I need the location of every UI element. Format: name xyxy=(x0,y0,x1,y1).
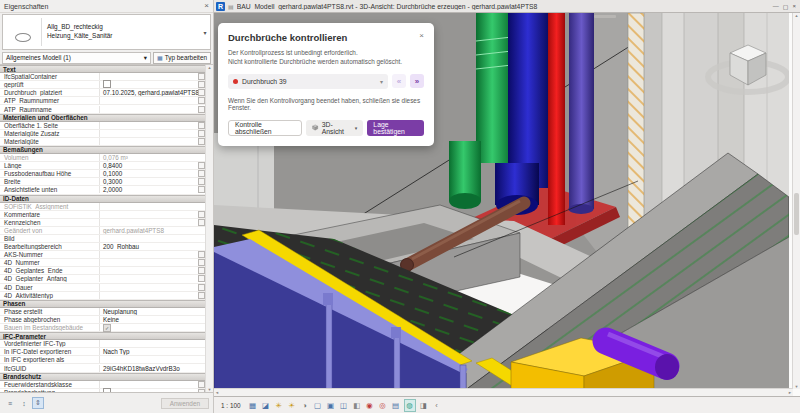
associate-param-button[interactable] xyxy=(198,73,205,80)
associate-param-button[interactable] xyxy=(198,275,205,282)
prop-section-header[interactable]: Phasen▴ xyxy=(0,300,213,308)
checkbox[interactable] xyxy=(103,388,111,392)
close-icon[interactable]: × xyxy=(204,2,209,10)
prop-section-header[interactable]: ID-Daten▴ xyxy=(0,195,213,203)
close-icon[interactable]: × xyxy=(419,32,424,40)
scroll-down-icon[interactable]: ▼ xyxy=(208,387,212,392)
prop-value[interactable]: Keine xyxy=(100,316,198,323)
prop-value[interactable]: 29iG4hKD18tw8azVvdrB3o xyxy=(100,365,198,372)
chevron-down-icon[interactable]: ▾ xyxy=(200,29,210,36)
type-selector[interactable]: Allg_BD_rechteckig Heizung_Kälte_Sanitär… xyxy=(2,14,211,50)
associate-param-button[interactable] xyxy=(198,251,205,258)
properties-scrollbar[interactable]: ▲▼ xyxy=(205,65,213,392)
minimize-icon[interactable]: — xyxy=(773,3,779,10)
associate-param-button[interactable] xyxy=(198,97,205,104)
checkbox[interactable] xyxy=(103,80,111,88)
associate-param-button[interactable] xyxy=(198,186,205,193)
prop-section-header[interactable]: IFC-Parameter▴ xyxy=(0,332,213,340)
view-scale[interactable]: 1 : 100 xyxy=(218,401,244,410)
prop-value[interactable] xyxy=(100,388,198,392)
prop-value[interactable]: 07.10.2025, gerhard.pawlat4PTS8 xyxy=(100,89,198,96)
prop-label: Phase abgebrochen xyxy=(0,316,100,323)
associate-param-button[interactable] xyxy=(198,170,205,177)
lock-3d-view-icon[interactable]: ◧ xyxy=(352,400,362,411)
edit-type-icon: ▦ xyxy=(157,54,163,61)
prop-value[interactable]: 0,3000 xyxy=(100,178,198,185)
properties-help-icon[interactable]: ≡ xyxy=(4,397,16,409)
horizontal-scroll-thumb[interactable] xyxy=(594,15,616,18)
associate-param-button[interactable] xyxy=(198,162,205,169)
prop-value[interactable]: gerhard.pawlat4PTS8 xyxy=(100,227,198,234)
model-viewport[interactable]: ▲ ▼ ◄ ► Durchbrüche kontrollieren × Der … xyxy=(214,13,800,396)
pipe-red[interactable] xyxy=(548,13,565,225)
associate-param-button[interactable] xyxy=(198,381,205,388)
prop-value[interactable]: ✓ xyxy=(100,324,198,332)
associate-param-button[interactable] xyxy=(198,284,205,291)
prop-value[interactable]: Nach Typ xyxy=(100,348,198,355)
sun-path-icon[interactable]: ☀ xyxy=(287,400,297,411)
associate-param-button[interactable] xyxy=(198,81,205,88)
associate-param-button[interactable] xyxy=(198,138,205,145)
worksharing-display-icon[interactable]: ◍ xyxy=(404,399,416,412)
displaced-elements-icon[interactable]: ◨ xyxy=(419,400,429,411)
close-icon[interactable]: × xyxy=(792,3,796,10)
prop-section-header[interactable]: Text▴ xyxy=(0,65,213,73)
shadows-icon[interactable]: ◑ xyxy=(300,400,310,411)
prop-row: In IFC exportieren als xyxy=(0,356,213,364)
associate-param-button[interactable] xyxy=(198,122,205,129)
element-filter-dropdown[interactable]: Allgemeines Modell (1) ▾ xyxy=(2,52,151,64)
apply-button[interactable]: Anwenden xyxy=(161,398,209,409)
prop-value[interactable]: Neuplanung xyxy=(100,308,198,315)
associate-param-button[interactable] xyxy=(198,178,205,185)
prop-row: 4D_Geplanter_Anfang xyxy=(0,275,213,283)
show-crop-region-icon[interactable]: ▣ xyxy=(326,400,336,411)
associate-param-button[interactable] xyxy=(198,292,205,299)
edit-type-button[interactable]: ▦ Typ bearbeiten xyxy=(153,52,211,64)
prop-value[interactable]: 200_Rohbau xyxy=(100,243,198,250)
checkbox[interactable]: ✓ xyxy=(103,324,111,332)
finish-control-button[interactable]: Kontrolle abschließen xyxy=(228,120,302,136)
prop-section-header[interactable]: Brandschutz▴ xyxy=(0,373,213,381)
sort-ascending-icon[interactable]: ↕ xyxy=(18,397,30,409)
associate-param-button[interactable] xyxy=(198,219,205,226)
viewbar-expand-icon[interactable]: ‹ xyxy=(432,400,442,411)
associate-param-button[interactable] xyxy=(198,106,205,113)
prop-value[interactable] xyxy=(100,80,198,89)
vertical-scroll-thumb[interactable] xyxy=(794,193,799,235)
associate-param-button[interactable] xyxy=(198,259,205,266)
maximize-icon[interactable]: ▢ xyxy=(783,3,789,10)
visual-style-icon[interactable]: ✳ xyxy=(274,400,284,411)
prop-section-header[interactable]: Bemaßungen▴ xyxy=(0,146,213,154)
associate-param-button[interactable] xyxy=(198,267,205,274)
horizontal-scrollbar[interactable]: ◄ ► xyxy=(214,388,793,396)
sort-grouping-icon[interactable]: ⇕ xyxy=(32,397,44,409)
view-3d-button[interactable]: 3D-Ansicht ▾ xyxy=(306,120,363,136)
durchbruch-dropdown[interactable]: Durchbruch 39 ▾ xyxy=(228,74,388,89)
scroll-up-icon[interactable]: ▲ xyxy=(795,13,799,18)
associate-param-button[interactable] xyxy=(198,389,205,392)
prop-value[interactable]: 0,8400 xyxy=(100,162,198,169)
prop-section-header[interactable]: Materialien und Oberflächen▴ xyxy=(0,114,213,122)
prop-value[interactable]: 0,076 m³ xyxy=(100,154,198,161)
temporary-view-properties-icon[interactable]: ▤ xyxy=(391,400,401,411)
associate-param-button[interactable] xyxy=(198,130,205,137)
associate-param-button[interactable] xyxy=(198,211,205,218)
next-button[interactable]: » xyxy=(410,74,424,88)
scroll-up-icon[interactable]: ▲ xyxy=(208,65,212,70)
prop-value[interactable]: 0,1000 xyxy=(100,170,198,177)
scroll-left-icon[interactable]: ◄ xyxy=(215,390,219,395)
rendering-dialog-icon[interactable]: ◫ xyxy=(339,400,349,411)
associate-param-button[interactable] xyxy=(198,89,205,96)
reveal-hidden-elements-icon[interactable]: ◎ xyxy=(378,400,388,411)
scroll-right-icon[interactable]: ► xyxy=(788,390,792,395)
pipe-violet[interactable] xyxy=(569,13,595,214)
scale-menu-icon[interactable]: ▦ xyxy=(248,400,258,411)
crop-view-icon[interactable]: ▢ xyxy=(313,400,323,411)
previous-button[interactable]: « xyxy=(392,74,406,88)
temporary-hide-isolate-icon[interactable]: ◉ xyxy=(365,400,375,411)
confirm-position-button[interactable]: Lage bestätigen xyxy=(367,120,424,136)
detail-level-icon[interactable]: ◪ xyxy=(261,400,271,411)
prop-value[interactable]: 2,0000 xyxy=(100,186,198,193)
scroll-down-icon[interactable]: ▼ xyxy=(795,384,799,389)
view-titlebar[interactable]: R ▤ BAU_Modell_gerhard.pawlat4PTS8.rvt -… xyxy=(214,0,800,13)
